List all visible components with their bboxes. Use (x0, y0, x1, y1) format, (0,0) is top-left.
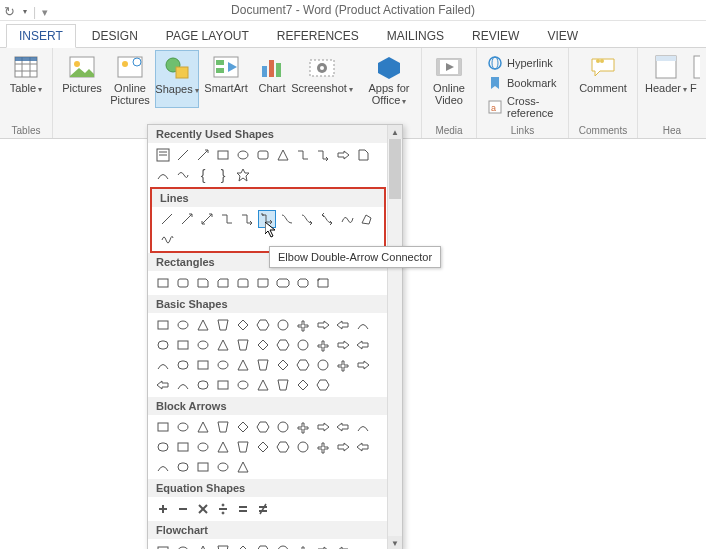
basic-shape-31[interactable] (314, 356, 332, 374)
flowchart-shape-6[interactable] (254, 542, 272, 549)
flowchart-shape-8[interactable] (294, 542, 312, 549)
line-elbow-arrow[interactable] (238, 210, 256, 228)
basic-shape-28[interactable] (254, 356, 272, 374)
block-arrow-16[interactable] (234, 438, 252, 456)
tab-references[interactable]: REFERENCES (265, 25, 371, 47)
basic-shape-8[interactable] (294, 316, 312, 334)
shape-line[interactable] (174, 146, 192, 164)
bookmark-button[interactable]: Bookmark (483, 74, 562, 92)
line-scribble[interactable] (158, 230, 176, 248)
basic-shape-22[interactable] (354, 336, 372, 354)
flowchart-shape-4[interactable] (214, 542, 232, 549)
block-arrow-24[interactable] (174, 458, 192, 476)
tab-view[interactable]: VIEW (535, 25, 590, 47)
basic-shape-37[interactable] (214, 376, 232, 394)
online-video-button[interactable]: Online Video (428, 50, 470, 106)
block-arrow-8[interactable] (294, 418, 312, 436)
rect-7[interactable] (274, 274, 292, 292)
eq-equal[interactable] (234, 500, 252, 518)
basic-shape-6[interactable] (254, 316, 272, 334)
basic-shape-9[interactable] (314, 316, 332, 334)
line-arrow[interactable] (178, 210, 196, 228)
screenshot-button[interactable]: Screenshot▾ (293, 50, 351, 106)
flowchart-shape-10[interactable] (334, 542, 352, 549)
basic-shape-21[interactable] (334, 336, 352, 354)
block-arrow-2[interactable] (174, 418, 192, 436)
shape-elbow[interactable] (294, 146, 312, 164)
block-arrow-15[interactable] (214, 438, 232, 456)
shape-right-arrow[interactable] (334, 146, 352, 164)
basic-shape-27[interactable] (234, 356, 252, 374)
tab-mailings[interactable]: MAILINGS (375, 25, 456, 47)
basic-shape-5[interactable] (234, 316, 252, 334)
block-arrow-12[interactable] (154, 438, 172, 456)
shape-elbow-arrow[interactable] (314, 146, 332, 164)
block-arrow-1[interactable] (154, 418, 172, 436)
eq-not-equal[interactable] (254, 500, 272, 518)
shape-star[interactable] (234, 166, 252, 184)
redo-icon[interactable]: ↻ (4, 2, 15, 22)
block-arrow-13[interactable] (174, 438, 192, 456)
block-arrow-10[interactable] (334, 418, 352, 436)
line-curved-double-arrow[interactable] (318, 210, 336, 228)
rect-6[interactable] (254, 274, 272, 292)
shape-arrow-line[interactable] (194, 146, 212, 164)
flowchart-shape-5[interactable] (234, 542, 252, 549)
tab-insert[interactable]: INSERT (6, 24, 76, 48)
cross-reference-button[interactable]: a Cross-reference (483, 94, 562, 120)
rect-4[interactable] (214, 274, 232, 292)
footer-button[interactable]: F (690, 50, 700, 106)
apps-for-office-button[interactable]: Apps for Office▾ (363, 50, 415, 108)
block-arrow-7[interactable] (274, 418, 292, 436)
chart-button[interactable]: Chart (253, 50, 291, 106)
basic-shape-17[interactable] (254, 336, 272, 354)
flowchart-shape-11[interactable] (354, 542, 372, 549)
basic-shape-35[interactable] (174, 376, 192, 394)
block-arrow-20[interactable] (314, 438, 332, 456)
basic-shape-39[interactable] (254, 376, 272, 394)
flowchart-shape-7[interactable] (274, 542, 292, 549)
tab-review[interactable]: REVIEW (460, 25, 531, 47)
basic-shape-24[interactable] (174, 356, 192, 374)
shape-left-brace[interactable]: { (194, 166, 212, 184)
scroll-down-icon[interactable]: ▼ (388, 536, 402, 549)
shape-right-brace[interactable]: } (214, 166, 232, 184)
basic-shape-12[interactable] (154, 336, 172, 354)
basic-shape-13[interactable] (174, 336, 192, 354)
eq-minus[interactable] (174, 500, 192, 518)
header-button[interactable]: Header▾ (644, 50, 688, 106)
basic-shape-32[interactable] (334, 356, 352, 374)
basic-shape-1[interactable] (154, 316, 172, 334)
rect-2[interactable] (174, 274, 192, 292)
block-arrow-17[interactable] (254, 438, 272, 456)
shape-triangle[interactable] (274, 146, 292, 164)
line-curved-arrow[interactable] (298, 210, 316, 228)
block-arrow-4[interactable] (214, 418, 232, 436)
scroll-up-icon[interactable]: ▲ (388, 125, 402, 139)
tab-design[interactable]: DESIGN (80, 25, 150, 47)
basic-shape-10[interactable] (334, 316, 352, 334)
block-arrow-19[interactable] (294, 438, 312, 456)
rect-3[interactable] (194, 274, 212, 292)
flowchart-shape-1[interactable] (154, 542, 172, 549)
table-button[interactable]: Table▾ (6, 50, 46, 106)
shape-rectangle[interactable] (214, 146, 232, 164)
shapes-button[interactable]: Shapes▾ (155, 50, 199, 108)
basic-shape-14[interactable] (194, 336, 212, 354)
flowchart-shape-9[interactable] (314, 542, 332, 549)
flowchart-shape-3[interactable] (194, 542, 212, 549)
basic-shape-33[interactable] (354, 356, 372, 374)
line-double-arrow[interactable] (198, 210, 216, 228)
basic-shape-16[interactable] (234, 336, 252, 354)
basic-shape-34[interactable] (154, 376, 172, 394)
basic-shape-18[interactable] (274, 336, 292, 354)
shape-curve[interactable] (174, 166, 192, 184)
shape-textbox[interactable] (154, 146, 172, 164)
block-arrow-11[interactable] (354, 418, 372, 436)
rect-1[interactable] (154, 274, 172, 292)
basic-shape-40[interactable] (274, 376, 292, 394)
basic-shape-20[interactable] (314, 336, 332, 354)
qat-customize-icon[interactable]: ▾ (23, 2, 27, 22)
eq-plus[interactable] (154, 500, 172, 518)
rect-8[interactable] (294, 274, 312, 292)
